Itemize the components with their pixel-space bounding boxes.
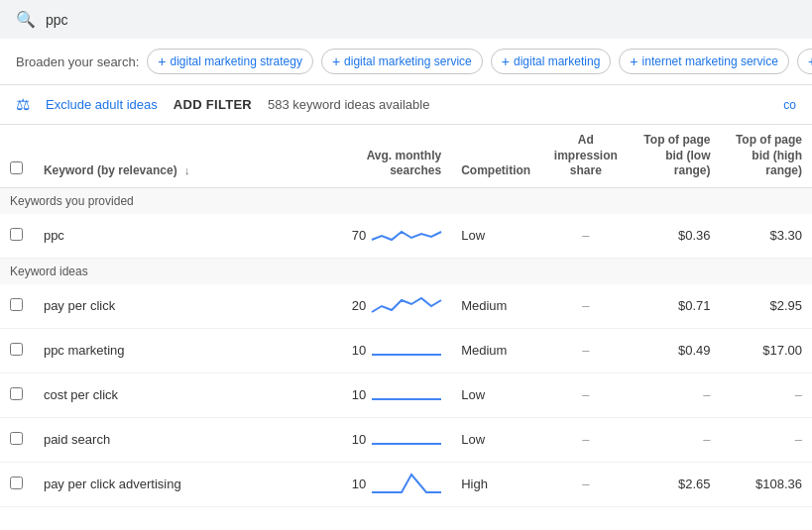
checkbox-ppc[interactable] <box>10 228 23 241</box>
filter-icon: ⚖ <box>16 95 30 114</box>
broaden-chip-4[interactable]: + internet marketing service <box>619 49 789 74</box>
keyword-count: 583 keyword ideas available <box>268 97 429 112</box>
impression-header[interactable]: Ad impression share <box>543 125 629 187</box>
plus-icon-2: + <box>332 53 340 69</box>
bid-low-header-label: Top of page bid (low range) <box>643 133 710 177</box>
bid-low-header[interactable]: Top of page bid (low range) <box>629 125 720 187</box>
broaden-row: Broaden your search: + digital marketing… <box>0 39 812 85</box>
filter-row: ⚖ Exclude adult ideas ADD FILTER 583 key… <box>0 85 812 125</box>
sparkline-ppcmarketing <box>372 337 441 365</box>
chip-label-2: digital marketing service <box>344 54 472 68</box>
search-bar: 🔍 <box>0 0 812 39</box>
sparkline-ppca <box>372 471 441 498</box>
table-row: pay per click advertising 10 High – $2.6… <box>0 462 812 506</box>
table-row: ppc 70 Low – $0.36 $3.30 <box>0 214 812 259</box>
bid-high-header[interactable]: Top of page bid (high range) <box>720 125 812 187</box>
sparkline-costperclick <box>372 381 441 409</box>
section-ideas-label: Keyword ideas <box>0 258 812 284</box>
sort-arrow: ↓ <box>184 164 190 176</box>
select-all-header <box>0 125 34 187</box>
monthly-header-label: Avg. monthly searches <box>367 149 442 178</box>
table-row: ppc marketing 10 Medium – $0.49 $17.00 <box>0 328 812 372</box>
sparkline-ppc <box>372 222 441 250</box>
section-provided-label: Keywords you provided <box>0 187 812 214</box>
sparkline-paidsearch <box>372 426 441 454</box>
keyword-table: Keyword (by relevance) ↓ Avg. monthly se… <box>0 125 812 507</box>
plus-icon-4: + <box>630 53 638 69</box>
chip-label-4: internet marketing service <box>642 54 778 68</box>
monthly-header[interactable]: Avg. monthly searches <box>319 125 452 187</box>
broaden-chip-2[interactable]: + digital marketing service <box>321 49 483 74</box>
checkbox-costperclick[interactable] <box>10 387 23 400</box>
plus-icon-5: + <box>808 53 812 69</box>
keyword-payperclick: pay per click <box>34 284 319 329</box>
table-row: paid search 10 Low – – – <box>0 417 812 462</box>
table-row: cost per click 10 Low – – – <box>0 372 812 417</box>
table-row: pay per click 20 Medium – $0.71 $2.95 <box>0 284 812 329</box>
plus-icon-3: + <box>502 53 510 69</box>
chip-label-1: digital marketing strategy <box>170 54 301 68</box>
search-input[interactable] <box>46 12 442 28</box>
broaden-chip-3[interactable]: + digital marketing <box>491 49 612 74</box>
bid-low-ppc: $0.36 <box>629 214 720 259</box>
plus-icon-1: + <box>158 53 166 69</box>
competition-header-label: Competition <box>461 163 530 177</box>
checkbox-paidsearch[interactable] <box>10 432 23 445</box>
impression-header-label: Ad impression share <box>554 133 618 177</box>
broaden-chip-5[interactable]: + s <box>797 49 812 74</box>
monthly-ppc: 70 <box>319 214 452 259</box>
row-check-ppc <box>0 214 34 259</box>
chip-label-3: digital marketing <box>514 54 600 68</box>
section-header-ideas: Keyword ideas <box>0 258 812 284</box>
select-all-checkbox[interactable] <box>10 161 23 174</box>
checkbox-ppca[interactable] <box>10 477 23 489</box>
bid-high-ppc: $3.30 <box>720 214 812 259</box>
bid-high-header-label: Top of page bid (high range) <box>736 133 802 177</box>
competition-header[interactable]: Competition <box>451 125 542 187</box>
impression-ppc: – <box>543 214 629 259</box>
search-icon: 🔍 <box>16 10 36 29</box>
keyword-header-label: Keyword (by relevance) <box>44 163 177 177</box>
checkbox-ppcmarketing[interactable] <box>10 343 23 356</box>
sparkline-payperclick <box>372 292 441 320</box>
checkbox-ppc2[interactable] <box>10 298 23 311</box>
competition-ppc: Low <box>451 214 542 259</box>
exclude-adult-ideas[interactable]: Exclude adult ideas <box>46 97 158 112</box>
broaden-chip-1[interactable]: + digital marketing strategy <box>147 49 313 74</box>
column-toggle[interactable]: co <box>783 98 796 112</box>
section-header-provided: Keywords you provided <box>0 187 812 214</box>
keyword-header[interactable]: Keyword (by relevance) ↓ <box>34 125 319 187</box>
broaden-label: Broaden your search: <box>16 54 139 69</box>
keyword-ppc: ppc <box>34 214 319 259</box>
add-filter-button[interactable]: ADD FILTER <box>174 97 252 112</box>
